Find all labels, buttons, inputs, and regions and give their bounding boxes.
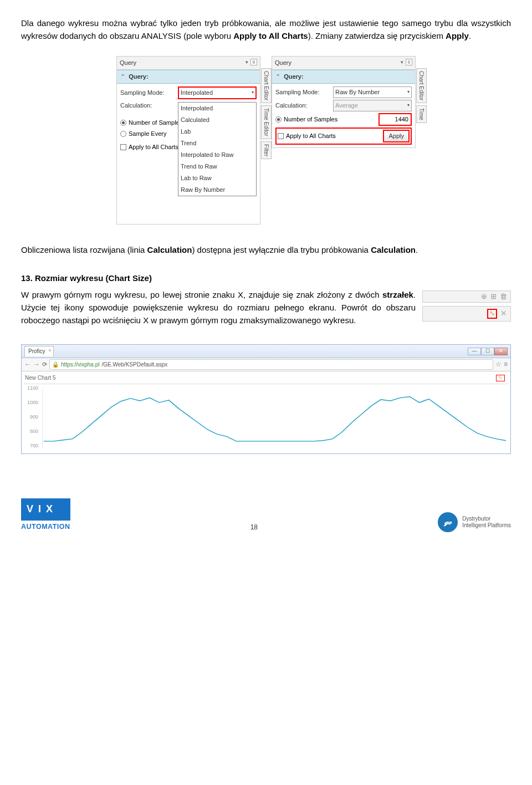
line-chart (24, 384, 508, 453)
dropdown-expand-icon[interactable]: ▾ (245, 59, 248, 67)
tab-time[interactable]: Time (416, 105, 427, 123)
intro-text-2: ). Zmiany zatwierdza się przyciskiem (308, 31, 446, 40)
pin-icon[interactable]: ◊ (250, 59, 257, 65)
intro-bold-2: Apply (446, 31, 469, 40)
dropdown-expand-icon[interactable]: ▾ (401, 59, 403, 67)
nav-back-icon[interactable]: ← (24, 359, 31, 370)
browser-tab[interactable]: Proficy (24, 346, 54, 356)
calculation-label: Calculation: (120, 101, 176, 110)
tab-time-editor[interactable]: Time Editor (261, 105, 272, 139)
number-samples-input[interactable]: 1440 (378, 113, 412, 126)
apply-all-label: Apply to All Charts (129, 142, 178, 152)
page-footer: V I X AUTOMATION 18 ℊℯ Dystrybutor Intel… (21, 498, 511, 532)
apply-all-label: Apply to All Charts (286, 131, 336, 141)
automation-label: AUTOMATION (21, 522, 70, 532)
sampling-mode-combo[interactable]: Interpolated▾ (178, 86, 257, 99)
page-number: 18 (70, 522, 438, 533)
panel-header-label: Query (120, 58, 136, 68)
trash-icon[interactable]: 🗑 (500, 291, 507, 302)
query-panel-right: Query ▾ ◊ ⌃ Query: Sampling Mode: Raw By… (272, 56, 416, 148)
number-samples-radio[interactable] (275, 116, 282, 123)
window-maximize-icon[interactable]: ☐ (481, 348, 494, 355)
bookmark-star-icon[interactable]: ☆ (495, 359, 502, 370)
calculation-paragraph: Obliczeniowa lista rozwijana (linia Calc… (21, 243, 511, 256)
sampling-mode-dropdown[interactable]: Interpolated Calculated Lab Trend Interp… (178, 102, 257, 196)
sampling-mode-label: Sampling Mode: (120, 88, 176, 98)
screenshots-row: Query ▾ ◊ ⌃ Query: Sampling Mode: Interp… (21, 56, 511, 225)
menu-icon[interactable]: ≡ (504, 359, 508, 370)
browser-window: Proficy — ☐ ✕ ← → ⟳ 🔒 https://vixpha.pl/… (21, 344, 511, 454)
vix-logo: V I X (21, 498, 70, 521)
chart-toolbar-illustration: ⊕ ⊞ 🗑 ⤡ ✕ (422, 290, 511, 322)
address-bar[interactable]: 🔒 https://vixpha.pl/GE.Web/KSPDefault.as… (49, 359, 493, 370)
apply-all-checkbox[interactable] (120, 144, 126, 150)
window-minimize-icon[interactable]: — (468, 348, 481, 355)
expand-chart-icon[interactable]: ⤡ (487, 309, 497, 319)
tab-filter[interactable]: Filter (261, 141, 272, 159)
side-tabs-left: Chart Editor Time Editor Filter (261, 68, 272, 159)
section-header[interactable]: ⌃ Query: (272, 70, 415, 84)
calculation-combo: Average▾ (333, 100, 412, 111)
query-panel-left: Query ▾ ◊ ⌃ Query: Sampling Mode: Interp… (116, 56, 260, 225)
add-chart-icon[interactable]: ⊕ (481, 291, 487, 302)
nav-forward-icon[interactable]: → (33, 359, 40, 370)
section-13-heading: 13. Rozmiar wykresu (Chart Size) (21, 272, 511, 284)
add-chart-plus-icon[interactable]: ⊞ (490, 291, 497, 302)
tab-chart-editor[interactable]: Chart Editor (416, 68, 427, 103)
ge-distributor-text: Dystrybutor Intelligent Platforms (462, 516, 511, 529)
reload-icon[interactable]: ⟳ (42, 360, 47, 369)
calculation-label: Calculation: (275, 101, 331, 110)
apply-all-checkbox[interactable] (278, 133, 284, 139)
lock-icon: 🔒 (52, 360, 59, 369)
intro-bold-1: Apply to All Charts (233, 31, 308, 40)
close-chart-icon[interactable]: ✕ (500, 308, 507, 320)
panel-header-label: Query (275, 58, 291, 68)
sampling-mode-combo[interactable]: Raw By Number▾ (333, 86, 412, 98)
number-samples-label: Number of Samples (129, 118, 182, 128)
apply-button[interactable]: Apply (383, 130, 410, 142)
intro-paragraph: Dla danego wykresu można wybrać tylko je… (21, 17, 511, 43)
pin-icon[interactable]: ◊ (406, 59, 412, 65)
window-close-icon[interactable]: ✕ (494, 348, 508, 355)
chart-expand-icon[interactable]: ⤡ (496, 375, 505, 381)
sample-every-radio[interactable] (120, 131, 126, 137)
chart-title: New Chart 5 (25, 374, 56, 383)
sample-every-label: Sample Every (129, 129, 166, 139)
sampling-mode-label: Sampling Mode: (275, 88, 331, 97)
y-axis-labels: 1100 1000 900 800 700 (25, 385, 38, 450)
side-tabs-right: Chart Editor Time (416, 68, 427, 123)
tab-chart-editor[interactable]: Chart Editor (261, 68, 272, 103)
number-samples-label: Number of Samples (284, 115, 337, 124)
number-samples-radio[interactable] (120, 120, 126, 126)
ge-logo: ℊℯ (438, 512, 458, 532)
section-header[interactable]: ⌃ Query: (117, 70, 260, 84)
intro-text-3: . (469, 31, 471, 40)
